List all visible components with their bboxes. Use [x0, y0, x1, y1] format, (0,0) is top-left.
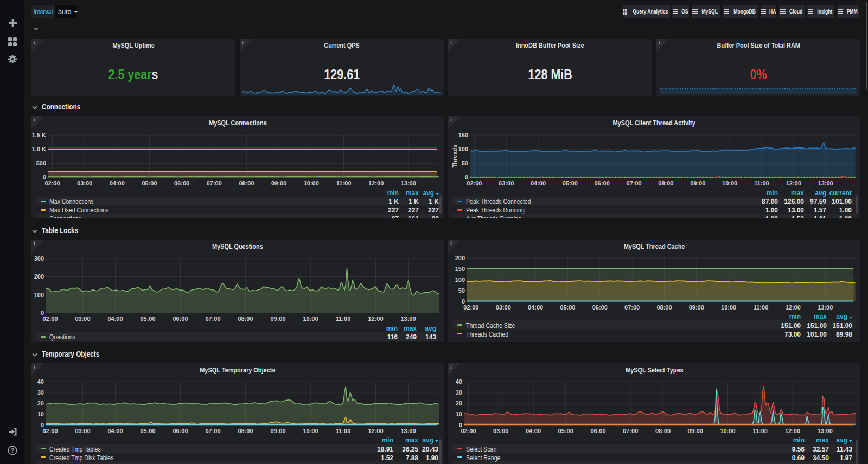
svg-text:?: ? — [11, 447, 14, 454]
